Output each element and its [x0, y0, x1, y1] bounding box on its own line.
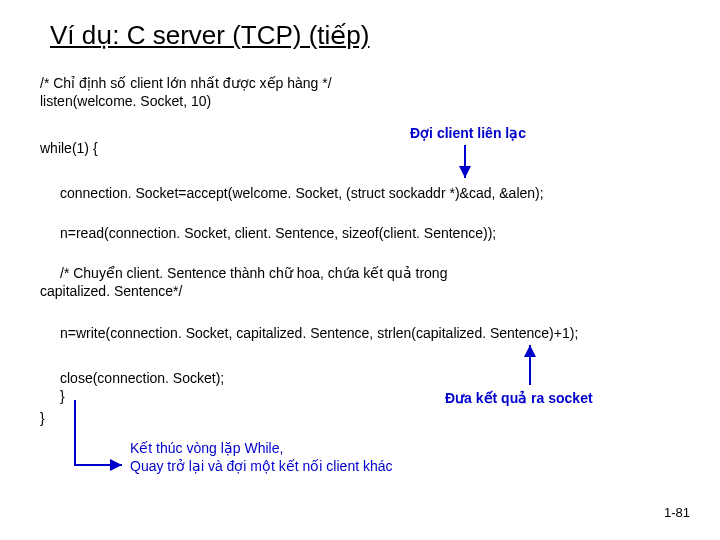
code-accept: connection. Socket=accept(welcome. Socke…	[60, 185, 544, 201]
label-output-socket: Đưa kết quả ra socket	[445, 390, 593, 406]
code-write: n=write(connection. Socket, capitalized.…	[60, 325, 578, 341]
code-comment-2a: /* Chuyển client. Sentence thành chữ hoa…	[60, 265, 447, 281]
code-listen: listen(welcome. Socket, 10)	[40, 93, 211, 109]
code-brace-outer: }	[40, 410, 45, 426]
label-loop-2: Quay trở lại và đợi một kết nối client k…	[130, 458, 393, 474]
code-comment-1: /* Chỉ định số client lớn nhất được xếp …	[40, 75, 332, 91]
code-close: close(connection. Socket);	[60, 370, 224, 386]
slide-title: Ví dụ: C server (TCP) (tiếp)	[50, 20, 369, 51]
code-read: n=read(connection. Socket, client. Sente…	[60, 225, 496, 241]
code-comment-2b: capitalized. Sentence*/	[40, 283, 182, 299]
label-wait-client: Đợi client liên lạc	[410, 125, 526, 141]
code-brace-inner: }	[60, 388, 65, 404]
label-loop-1: Kết thúc vòng lặp While,	[130, 440, 283, 456]
page-number: 1-81	[664, 505, 690, 520]
code-while: while(1) {	[40, 140, 98, 156]
